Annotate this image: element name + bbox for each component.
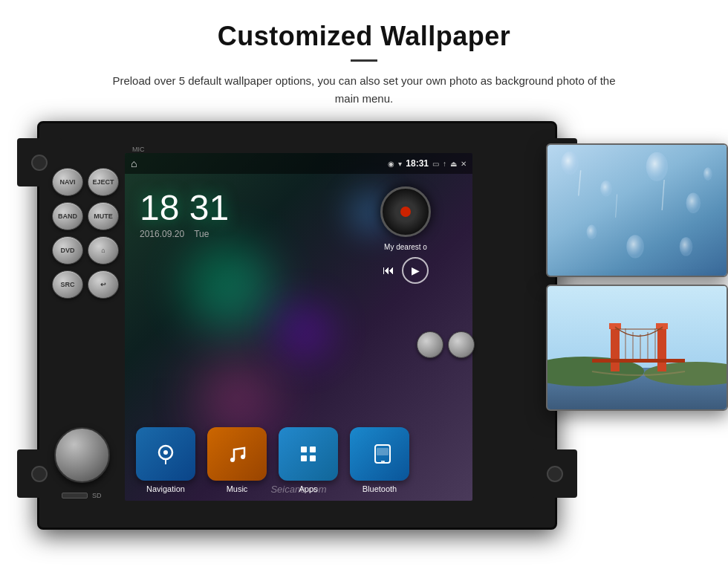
svg-point-1: [163, 450, 168, 455]
mic-label: MIC: [132, 146, 145, 153]
screenshot-rain: [546, 143, 728, 277]
svg-rect-25: [611, 327, 620, 371]
header-description: Preload over 5 default wallpaper options…: [104, 72, 624, 108]
svg-point-14: [587, 225, 597, 240]
signal-icon: ↑: [443, 160, 446, 168]
device-wrapper: NAVI EJECT BAND MUTE DVD ⌂ SRC ↩: [0, 121, 728, 545]
clock-date: 2016.09.20 Tue: [140, 229, 229, 239]
title-divider: [351, 59, 377, 62]
svg-rect-28: [656, 323, 668, 329]
svg-rect-6: [301, 455, 307, 461]
status-icons: ◉ ▾ 18:31 ▭ ↑ ⏏ ✕: [388, 158, 467, 169]
sd-slot: SD: [62, 492, 102, 499]
svg-point-3: [241, 455, 245, 459]
wifi-icon: ▾: [398, 160, 402, 168]
header: Customized Wallpaper Preload over 5 defa…: [0, 0, 728, 118]
home-icon: ⌂: [131, 158, 137, 169]
music-icon-box[interactable]: [207, 427, 267, 481]
src-button[interactable]: SRC: [52, 270, 83, 299]
navi-button[interactable]: NAVI: [52, 168, 83, 196]
clock-time: 18 31: [140, 190, 229, 226]
right-btn-1[interactable]: [417, 331, 443, 358]
home-button[interactable]: ⌂: [88, 236, 119, 264]
music-player: My dearest o ⏮ ▶: [346, 186, 465, 284]
svg-rect-27: [609, 323, 621, 329]
svg-line-20: [616, 194, 617, 217]
svg-point-12: [646, 152, 668, 181]
app-navigation[interactable]: Navigation: [132, 427, 199, 493]
main-screen: ⌂ ◉ ▾ 18:31 ▭ ↑ ⏏ ✕ 18 31: [125, 153, 472, 501]
watermark: Seicane.com: [270, 484, 326, 495]
bokeh-2: [273, 302, 333, 361]
svg-point-11: [600, 181, 612, 197]
eject-icon: ⏏: [450, 160, 457, 168]
svg-rect-9: [377, 448, 389, 455]
screenshot-bridge: [546, 285, 728, 411]
svg-rect-29: [592, 359, 685, 363]
svg-point-10: [561, 152, 578, 175]
svg-rect-7: [310, 455, 316, 461]
right-btn-2[interactable]: [448, 331, 475, 358]
band-button[interactable]: BAND: [52, 202, 83, 230]
play-button[interactable]: ▶: [402, 257, 429, 284]
bluetooth-label: Bluetooth: [363, 484, 397, 493]
navigation-label: Navigation: [146, 484, 185, 493]
apps-icon-box[interactable]: [279, 427, 338, 481]
dvd-button[interactable]: DVD: [52, 236, 83, 264]
svg-point-13: [686, 193, 701, 213]
back-button[interactable]: ↩: [88, 270, 119, 299]
svg-point-16: [680, 237, 693, 256]
battery-icon: ▭: [432, 160, 439, 168]
mount-ear-br: [533, 449, 577, 498]
sd-bar: [62, 493, 88, 499]
page-container: Customized Wallpaper Preload over 5 defa…: [0, 0, 728, 545]
svg-point-2: [230, 458, 235, 462]
close-icon-small: ✕: [461, 160, 467, 168]
bluetooth-icon-box[interactable]: [350, 427, 409, 481]
music-controls: ⏮ ▶: [383, 257, 429, 284]
svg-rect-5: [310, 447, 316, 452]
status-time: 18:31: [406, 158, 429, 169]
prev-button[interactable]: ⏮: [383, 264, 394, 277]
music-title: My dearest o: [384, 243, 427, 251]
clock-area: 18 31 2016.09.20 Tue: [140, 190, 229, 239]
eject-button[interactable]: EJECT: [88, 168, 119, 196]
left-button-panel: NAVI EJECT BAND MUTE DVD ⌂ SRC ↩: [48, 168, 123, 299]
mute-button[interactable]: MUTE: [88, 202, 119, 230]
location-icon: ◉: [388, 160, 394, 168]
stereo-unit: NAVI EJECT BAND MUTE DVD ⌂ SRC ↩: [37, 121, 557, 530]
app-bluetooth[interactable]: Bluetooth: [346, 427, 413, 493]
page-title: Customized Wallpaper: [59, 21, 669, 52]
music-label: Music: [227, 484, 248, 493]
right-side-buttons: [417, 331, 475, 358]
sd-label: SD: [92, 492, 102, 499]
bokeh-3: [199, 361, 273, 435]
svg-line-19: [662, 180, 664, 210]
svg-rect-4: [301, 447, 307, 452]
volume-knob[interactable]: [54, 427, 110, 483]
bokeh-1: [184, 242, 273, 331]
navigation-icon-box[interactable]: [136, 427, 195, 481]
status-bar: ⌂ ◉ ▾ 18:31 ▭ ↑ ⏏ ✕: [125, 153, 472, 174]
album-center-dot: [400, 207, 411, 217]
svg-line-18: [579, 170, 581, 195]
svg-point-15: [626, 235, 643, 258]
svg-point-17: [703, 167, 712, 181]
album-art: [380, 186, 431, 237]
app-music[interactable]: Music: [204, 427, 270, 493]
svg-rect-26: [657, 327, 666, 371]
